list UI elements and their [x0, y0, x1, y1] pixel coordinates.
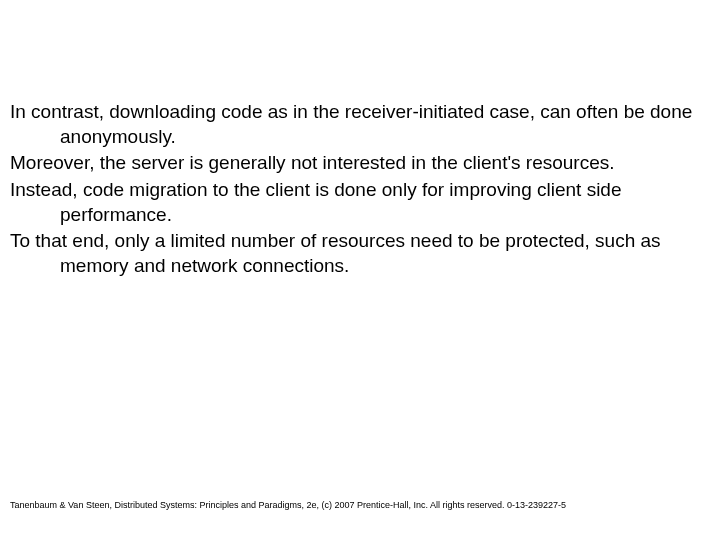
- paragraph-4: To that end, only a limited number of re…: [10, 229, 700, 278]
- paragraph-3: Instead, code migration to the client is…: [10, 178, 700, 227]
- paragraph-1: In contrast, downloading code as in the …: [10, 100, 700, 149]
- paragraph-2: Moreover, the server is generally not in…: [10, 151, 700, 176]
- slide-footer: Tanenbaum & Van Steen, Distributed Syste…: [10, 500, 710, 510]
- slide-body: In contrast, downloading code as in the …: [10, 100, 700, 281]
